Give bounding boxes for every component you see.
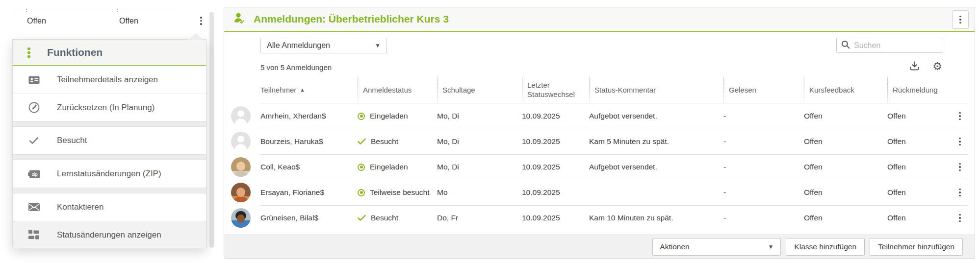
actions-select[interactable]: Aktionen ▼ — [652, 238, 781, 256]
menu-header: Funktionen — [13, 40, 206, 66]
schultage-value: Mo — [437, 188, 522, 197]
panel-menu-button[interactable] — [952, 10, 969, 29]
menu-item-label: Zurücksetzen (In Planung) — [57, 103, 155, 113]
gelesen-value: - — [723, 163, 804, 171]
avatar-column-spacer — [231, 77, 260, 103]
rueckmeldung-value: Offen — [119, 17, 138, 25]
chevron-down-icon: ▼ — [375, 42, 381, 49]
status-radio-icon — [358, 189, 365, 196]
participant-name: Coll, Keao$ — [260, 163, 358, 171]
row-menu-button[interactable] — [200, 17, 203, 25]
column-header[interactable]: Gelesen — [723, 77, 804, 103]
participant-name: Ersayan, Floriane$ — [260, 188, 358, 197]
kursfeedback-value: Offen — [804, 137, 887, 146]
status-radio-icon — [358, 113, 365, 120]
chevron-down-icon: ▼ — [768, 243, 774, 250]
menu-item[interactable]: Teilnehmerdetails anzeigen — [13, 66, 206, 94]
registrations-filter-select[interactable]: Alle Anmeldungen ▼ — [260, 38, 387, 53]
rueckmeldung-value: Offen — [887, 188, 952, 197]
gelesen-value: - — [723, 188, 804, 197]
column-header[interactable]: Teilnehmer▲ — [260, 77, 358, 103]
table-row[interactable]: Ersayan, Floriane$ Teilweise besucht Mo … — [224, 180, 975, 205]
gelesen-value: - — [723, 137, 804, 146]
anmeldestatus-value: Eingeladen — [370, 163, 408, 171]
zip-icon: zip — [27, 170, 40, 178]
kebab-icon — [959, 214, 961, 222]
anmeldestatus-value: Besucht — [371, 214, 398, 222]
column-header[interactable]: Rückmeldung — [887, 77, 952, 103]
schultage-value: Mo, Di — [437, 137, 522, 146]
toolbar: Alle Anmeldungen ▼ — [224, 32, 975, 60]
actions-selected-value: Aktionen — [660, 242, 768, 251]
menu-title: Funktionen — [47, 47, 103, 58]
letzter-statuswechsel-value: 10.09.2025 — [522, 112, 589, 120]
table-row[interactable]: Amrhein, Xherdan$ Eingeladen Mo, Di 10.0… — [224, 103, 975, 129]
letzter-statuswechsel-value: 10.09.2025 — [522, 137, 589, 146]
row-menu-button[interactable] — [952, 138, 968, 146]
menu-item[interactable]: Statusänderungen anzeigen — [13, 221, 206, 248]
svg-text:zip: zip — [31, 171, 37, 176]
menu-item-label: Teilnehmerdetails anzeigen — [57, 75, 158, 85]
avatar — [231, 157, 251, 177]
schultage-value: Mo, Di — [437, 163, 522, 171]
table-body: Amrhein, Xherdan$ Eingeladen Mo, Di 10.0… — [224, 103, 975, 231]
gelesen-value: - — [723, 112, 804, 120]
add-class-button[interactable]: Klasse hinzufügen — [786, 238, 865, 256]
row-menu-button[interactable] — [952, 112, 968, 120]
kursfeedback-value: Offen — [804, 163, 887, 171]
status-check-icon — [358, 138, 366, 145]
kursfeedback-value: Offen — [804, 214, 887, 222]
schultage-value: Mo, Di — [437, 112, 522, 120]
kebab-icon — [959, 112, 961, 120]
kebab-column-spacer — [952, 77, 968, 103]
kebab-green-icon — [27, 48, 30, 58]
avatar — [231, 106, 251, 126]
column-header[interactable]: Schultage — [437, 77, 522, 103]
funktionen-menu-items: Teilnehmerdetails anzeigen Zurücksetzen … — [13, 66, 206, 248]
letzter-statuswechsel-value: 10.09.2025 — [522, 163, 589, 171]
page-title: Anmeldungen: Überbetrieblicher Kurs 3 — [254, 13, 449, 25]
scrollbar[interactable] — [209, 12, 214, 248]
column-header[interactable]: Anmeldestatus — [358, 77, 437, 103]
rueckmeldung-value: Offen — [887, 137, 952, 146]
menu-item[interactable]: Kontaktieren — [13, 193, 206, 221]
gelesen-value: - — [723, 214, 804, 222]
table-row[interactable]: Coll, Keao$ Eingeladen Mo, Di 10.09.2025… — [224, 154, 975, 180]
person-check-icon — [233, 12, 246, 26]
download-button[interactable] — [909, 61, 920, 71]
letzter-statuswechsel-value: 10.09.2025 — [522, 214, 589, 222]
menu-item[interactable]: zip Lernstatusänderungen (ZIP) — [13, 160, 206, 188]
status-check-icon — [358, 215, 366, 221]
column-header[interactable]: Kursfeedback — [804, 77, 887, 103]
screen: Offen Offen Funktionen Teilnehmerdetails… — [0, 0, 980, 263]
table-settings-button[interactable]: ⚙ — [932, 61, 942, 72]
kursfeedback-value: Offen — [27, 17, 46, 25]
row-menu-button[interactable] — [952, 163, 968, 171]
kursfeedback-value: Offen — [804, 112, 887, 120]
anmeldestatus-value: Besucht — [371, 137, 398, 146]
status-blocks-icon — [27, 230, 40, 240]
menu-item[interactable]: Besucht — [13, 127, 206, 154]
filter-selected-value: Alle Anmeldungen — [267, 41, 375, 50]
menu-group-divider — [13, 121, 206, 127]
column-header[interactable]: Status-Kommentar — [589, 77, 723, 103]
menu-item-label: Besucht — [57, 136, 87, 145]
table-row[interactable]: Bourzeis, Haruka$ Besucht Mo, Di 10.09.2… — [224, 129, 975, 154]
search-box — [836, 38, 943, 53]
funktionen-menu: Funktionen Teilnehmerdetails anzeigen Zu… — [12, 39, 206, 248]
table-row[interactable]: Grüneisen, Bilal$ Besucht Do, Fr 10.09.2… — [224, 205, 975, 231]
gear-icon: ⚙ — [932, 61, 942, 72]
kursfeedback-value: Offen — [804, 188, 887, 197]
search-input[interactable] — [854, 41, 955, 50]
row-menu-button[interactable] — [952, 214, 968, 222]
panel-header: Anmeldungen: Überbetrieblicher Kurs 3 — [224, 7, 975, 32]
menu-item[interactable]: Zurücksetzen (In Planung) — [13, 94, 206, 121]
column-divider-tick — [26, 9, 27, 12]
column-header[interactable]: Letzter Statuswechsel — [522, 77, 589, 103]
anmeldungen-panel: Anmeldungen: Überbetrieblicher Kurs 3 Al… — [224, 7, 975, 259]
row-menu-button[interactable] — [952, 189, 968, 197]
kebab-icon — [200, 17, 203, 25]
status-radio-icon — [358, 164, 365, 171]
schultage-value: Do, Fr — [437, 214, 522, 222]
add-participant-button[interactable]: Teilnehmer hinzufügen — [870, 238, 963, 256]
